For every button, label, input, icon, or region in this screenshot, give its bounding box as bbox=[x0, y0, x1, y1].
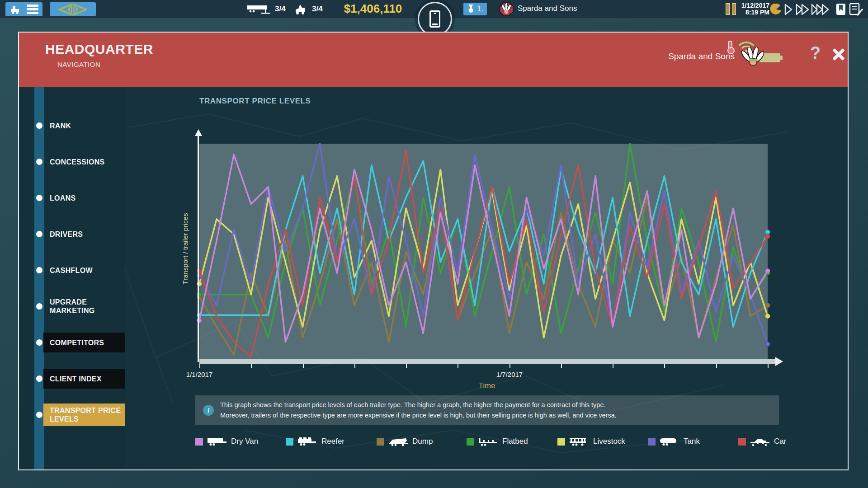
sidebar-item-concessions[interactable]: CONCESSIONS bbox=[19, 150, 125, 173]
legend-swatch bbox=[467, 438, 474, 446]
sidebar-item-drivers[interactable]: DRIVERS bbox=[19, 223, 125, 245]
notes-icon[interactable] bbox=[849, 3, 863, 16]
money-display: $1,406,110 bbox=[341, 2, 405, 16]
livestock-trailer-icon bbox=[569, 436, 590, 446]
legend-label: Tank bbox=[684, 437, 700, 446]
sidebar-item-upgrade-marketing[interactable]: UPGRADE MARKETING bbox=[19, 295, 125, 318]
legend-item-flatbed: Flatbed bbox=[467, 436, 528, 447]
legend-label: Reefer bbox=[321, 437, 344, 446]
x-axis-tick bbox=[561, 364, 562, 368]
header-company-logo-icon bbox=[741, 47, 764, 68]
x-axis-tick bbox=[458, 364, 458, 368]
fleet-menu-button[interactable] bbox=[5, 2, 42, 16]
fast-forward-icon[interactable] bbox=[796, 4, 810, 15]
navigation-sidebar: RANK CONCESSIONS LOANS DRIVERS CASHFLOW … bbox=[19, 87, 125, 469]
help-button[interactable]: ? bbox=[810, 43, 821, 63]
legend-swatch bbox=[195, 438, 203, 446]
series-endpoint-dot bbox=[765, 314, 770, 319]
legend-swatch bbox=[738, 438, 746, 446]
bullet-dot-icon bbox=[36, 231, 42, 237]
info-box: i This graph shows the transport price l… bbox=[195, 395, 779, 425]
game-date: 1/12/2017 bbox=[723, 2, 769, 9]
x-axis-arrow bbox=[775, 357, 783, 366]
sidebar-item-client-index[interactable]: CLIENT INDEX bbox=[19, 367, 125, 390]
legend-label: Livestock bbox=[593, 437, 625, 446]
company-name: Sparda and Sons bbox=[518, 4, 577, 13]
legend-label: Car bbox=[774, 437, 786, 446]
sidebar-item-label: COMPETITORS bbox=[50, 338, 122, 347]
bookmark-icon[interactable] bbox=[836, 3, 846, 15]
legend-swatch bbox=[557, 438, 565, 446]
diamond-logo-icon bbox=[58, 4, 87, 15]
legend-item-car: Car bbox=[738, 436, 786, 447]
dry-van-trailer-icon bbox=[207, 436, 227, 446]
panel-header: HEADQUARTER NAVIGATION Sparda and Sons bbox=[19, 33, 848, 87]
chart-title: TRANSPORT PRICE LEVELS bbox=[199, 97, 311, 106]
x-tick-label-start: 1/1/2017 bbox=[172, 371, 226, 378]
company-logo-icon bbox=[499, 2, 514, 16]
dump-trailer-icon bbox=[388, 436, 409, 446]
panel-subtitle: NAVIGATION bbox=[57, 61, 100, 68]
game-datetime: 1/12/2017 8:19 PM bbox=[723, 2, 769, 16]
fastest-forward-icon[interactable] bbox=[811, 4, 830, 15]
x-axis-tick bbox=[354, 364, 355, 368]
price-chart-plot bbox=[199, 144, 768, 359]
sidebar-item-label: LOANS bbox=[50, 194, 122, 202]
legend-label: Flatbed bbox=[502, 437, 528, 446]
truck-icon bbox=[295, 4, 309, 15]
y-axis bbox=[198, 136, 199, 362]
x-axis-tick bbox=[768, 364, 769, 368]
x-tick-label-mid: 1/7/2017 bbox=[482, 371, 537, 378]
series-endpoint-dot bbox=[765, 234, 770, 239]
phone-button[interactable] bbox=[418, 2, 452, 36]
header-company-name: Sparda and Sons bbox=[668, 52, 735, 61]
phone-icon bbox=[429, 10, 440, 28]
y-axis-arrow bbox=[195, 129, 202, 136]
sidebar-item-label: CASHFLOW bbox=[50, 266, 122, 275]
x-axis-tick bbox=[251, 364, 252, 368]
x-axis-label: Time bbox=[460, 381, 514, 390]
sidebar-item-transport-price-levels[interactable]: TRANSPORT PRICE LEVELS bbox=[19, 404, 125, 426]
legend-label: Dump bbox=[412, 437, 433, 446]
sidebar-item-rank[interactable]: RANK bbox=[19, 114, 125, 137]
sidebar-item-competitors[interactable]: COMPETITORS bbox=[19, 331, 125, 354]
legend-item-livestock: Livestock bbox=[557, 436, 625, 447]
trailer-icon bbox=[247, 4, 272, 15]
x-axis bbox=[199, 359, 775, 364]
legend-swatch bbox=[286, 438, 293, 446]
legend-item-dry-van: Dry Van bbox=[195, 436, 258, 447]
sidebar-item-loans[interactable]: LOANS bbox=[19, 187, 125, 209]
close-button[interactable] bbox=[830, 46, 847, 62]
legend-item-dump: Dump bbox=[377, 436, 433, 447]
series-endpoint-dot bbox=[765, 268, 770, 273]
reefer-trailer-icon bbox=[297, 436, 318, 446]
medal-icon bbox=[467, 5, 475, 14]
sidebar-item-cashflow[interactable]: CASHFLOW bbox=[19, 259, 125, 282]
y-axis-label: Transport / trailer prices bbox=[181, 197, 189, 301]
trailer-count: 3/4 bbox=[275, 5, 286, 14]
x-axis-tick bbox=[406, 364, 407, 368]
company-menu-button[interactable] bbox=[50, 2, 96, 16]
rank-badge[interactable]: 1. bbox=[463, 3, 487, 15]
thermometer-icon bbox=[728, 41, 732, 52]
legend-item-tank: Tank bbox=[648, 436, 700, 447]
price-lines-svg bbox=[199, 144, 768, 359]
truck-icon bbox=[10, 5, 24, 14]
headquarter-panel: HEADQUARTER NAVIGATION Sparda and Sons bbox=[18, 32, 849, 470]
series-endpoint-dot bbox=[765, 342, 770, 347]
legend-label: Dry Van bbox=[231, 437, 258, 446]
play-icon[interactable] bbox=[784, 4, 793, 15]
sidebar-item-label: TRANSPORT PRICE LEVELS bbox=[50, 406, 122, 423]
game-time: 8:19 PM bbox=[723, 9, 769, 16]
hamburger-icon bbox=[27, 3, 38, 15]
bullet-dot-icon bbox=[36, 159, 42, 165]
game-screen: 3/4 3/4 $1,406,110 1. Sparda and Sons bbox=[0, 0, 868, 488]
series-endpoint-dot bbox=[765, 303, 770, 308]
flatbed-trailer-icon bbox=[478, 436, 499, 446]
bullet-dot-icon bbox=[36, 303, 42, 310]
sidebar-item-label: DRIVERS bbox=[50, 230, 122, 239]
bullet-dot-icon bbox=[36, 122, 42, 129]
x-axis-tick bbox=[664, 364, 665, 368]
sidebar-item-label: UPGRADE MARKETING bbox=[50, 298, 122, 315]
bullet-dot-icon bbox=[36, 267, 42, 273]
